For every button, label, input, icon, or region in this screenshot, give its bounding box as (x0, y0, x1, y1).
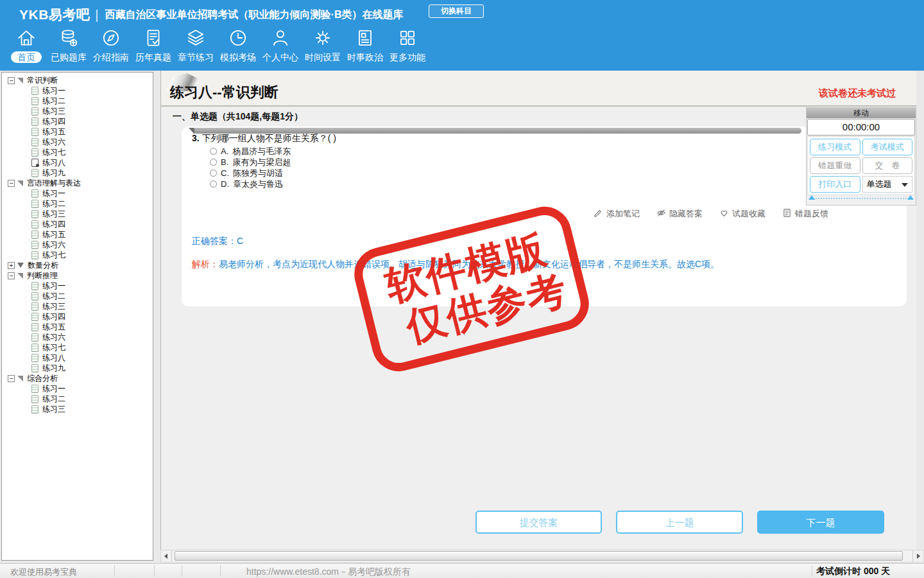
switch-subject-button[interactable]: 切换科目 (429, 4, 484, 18)
tree-item-label: 练习八 (42, 157, 65, 168)
scrollbar-left-arrow[interactable] (161, 550, 172, 562)
question-type-dropdown[interactable]: 单选题 (862, 176, 913, 193)
panel-scroll-indicator[interactable] (810, 198, 912, 203)
document-icon (31, 138, 38, 146)
panel-button-1[interactable]: 练习模式 (810, 139, 860, 155)
tree-item-4-9[interactable]: 练习九 (6, 363, 153, 373)
category-label: 言语理解与表达 (27, 178, 81, 189)
panel-button-5[interactable]: 打印入口 (810, 176, 860, 193)
scroll-left-triangle-icon[interactable] (809, 195, 815, 200)
tree-item-1-4[interactable]: 练习四 (6, 116, 153, 127)
panel-button-2[interactable]: 考试模式 (862, 139, 913, 155)
tree-item-5-2[interactable]: 练习二 (6, 394, 153, 404)
scrollbar-thumb[interactable] (175, 551, 903, 561)
nav-item-9[interactable]: 时事政治 (344, 27, 386, 63)
tree-item-1-5[interactable]: 练习五 (6, 127, 153, 137)
document-icon (31, 128, 38, 136)
tree-item-1-1[interactable]: 练习一 (6, 85, 153, 96)
nav-item-2[interactable]: 已购题库 (47, 27, 90, 63)
tree-item-label: 练习八 (42, 353, 65, 363)
nav-item-7[interactable]: 个人中心 (259, 27, 302, 63)
tree-category-1[interactable]: −常识判断 (6, 75, 153, 85)
nav-item-5[interactable]: 章节练习 (175, 27, 217, 63)
category-label: 数量分析 (28, 260, 58, 271)
radio-icon[interactable] (210, 170, 217, 177)
nav-item-10[interactable]: 更多功能 (386, 27, 429, 63)
question-number: 3. (192, 133, 200, 143)
question-body: 下列哪一组人物不是师生关系？( ) (202, 133, 336, 143)
panel-button-3[interactable]: 错题重做 (810, 157, 860, 174)
action-1[interactable]: 添加笔记 (594, 208, 640, 220)
action-2[interactable]: 隐藏答案 (656, 208, 703, 220)
tree-item-2-2[interactable]: 练习二 (6, 198, 153, 209)
option-B[interactable]: B.康有为与梁启超 (210, 157, 291, 168)
option-D[interactable]: D.章太炎与鲁迅 (210, 179, 291, 189)
next-question-button[interactable]: 下一题 (757, 511, 884, 534)
previous-question-button[interactable]: 上一题 (616, 511, 743, 534)
action-3[interactable]: 试题收藏 (719, 208, 766, 220)
tree-category-3[interactable]: +数量分析 (6, 260, 153, 270)
tree-item-4-6[interactable]: 练习六 (6, 332, 153, 342)
tree-item-1-8-selected[interactable]: 练习八 (6, 157, 153, 168)
nav-item-4[interactable]: 历年真题 (132, 27, 175, 63)
tree-item-2-3[interactable]: 练习三 (6, 209, 153, 219)
tree-category-2[interactable]: −言语理解与表达 (6, 178, 153, 188)
nav-item-3[interactable]: 介绍指南 (90, 27, 132, 63)
panel-drag-handle[interactable]: 移动 (807, 108, 916, 118)
tree-item-label: 练习三 (42, 106, 65, 117)
nav-item-label: 首页 (11, 51, 42, 63)
analysis-text: 易老师分析，考点为近现代人物并选错误项。胡适与陈独秀同为北京大学教授、新文化运动… (219, 259, 719, 269)
tree-item-2-1[interactable]: 练习一 (6, 188, 153, 198)
tree-item-4-4[interactable]: 练习四 (6, 311, 153, 322)
nav-item-label: 时事政治 (347, 51, 383, 63)
option-C[interactable]: C.陈独秀与胡适 (210, 168, 291, 179)
document-icon (31, 189, 38, 198)
tree-item-1-7[interactable]: 练习七 (6, 147, 153, 157)
tree-item-1-6[interactable]: 练习六 (6, 137, 153, 147)
answer-value: C (237, 236, 243, 246)
collapse-icon[interactable]: − (8, 375, 15, 382)
tree-item-4-5[interactable]: 练习五 (6, 322, 153, 332)
nav-item-6[interactable]: 模拟考场 (217, 27, 259, 63)
tree-item-2-7[interactable]: 练习七 (6, 250, 153, 260)
scrollbar-right-arrow[interactable] (912, 550, 923, 562)
radio-icon[interactable] (210, 180, 217, 188)
tree-item-label: 练习四 (42, 219, 65, 230)
tree-item-1-3[interactable]: 练习三 (6, 106, 153, 116)
action-4[interactable]: 错题反馈 (782, 208, 828, 220)
nav-item-label: 时间设置 (305, 51, 341, 63)
nav-item-label: 介绍指南 (93, 51, 129, 63)
tree-item-label: 练习九 (42, 363, 65, 374)
nav-item-8[interactable]: 时间设置 (302, 27, 344, 63)
tree-category-5[interactable]: −综合分析 (6, 373, 153, 383)
collapse-icon[interactable]: − (8, 180, 15, 187)
radio-icon[interactable] (210, 148, 217, 155)
document-icon (31, 200, 38, 208)
nav-item-1[interactable]: 首页 (5, 27, 47, 63)
tree-item-4-3[interactable]: 练习三 (6, 301, 153, 311)
tree-item-1-2[interactable]: 练习二 (6, 96, 153, 106)
tree-item-4-7[interactable]: 练习七 (6, 342, 153, 353)
collapse-icon[interactable]: − (8, 77, 15, 84)
tree-item-4-2[interactable]: 练习二 (6, 291, 153, 301)
tree-category-4[interactable]: −判断推理 (6, 270, 153, 281)
collapse-icon[interactable]: − (8, 272, 15, 279)
tree-item-4-1[interactable]: 练习一 (6, 281, 153, 291)
nav-item-label: 已购题库 (51, 51, 87, 63)
expand-icon[interactable]: + (8, 262, 15, 269)
submit-answer-button[interactable]: 提交答案 (475, 511, 602, 534)
panel-button-4[interactable]: 交 卷 (862, 157, 913, 174)
tree-item-2-6[interactable]: 练习六 (6, 240, 153, 250)
radio-icon[interactable] (210, 159, 217, 166)
tree-item-4-8[interactable]: 练习八 (6, 353, 153, 363)
option-A[interactable]: A.杨昌济与毛泽东 (210, 146, 291, 157)
tree-item-5-3[interactable]: 练习三 (6, 404, 153, 414)
scroll-right-triangle-icon[interactable] (907, 195, 914, 200)
tree-item-1-9[interactable]: 练习九 (6, 168, 153, 178)
tree-item-2-4[interactable]: 练习四 (6, 219, 153, 229)
gear-icon (312, 27, 334, 49)
document-pin-icon (31, 159, 38, 167)
tree-item-2-5[interactable]: 练习五 (6, 229, 153, 240)
horizontal-scrollbar[interactable] (160, 550, 924, 563)
tree-item-5-1[interactable]: 练习一 (6, 383, 153, 394)
